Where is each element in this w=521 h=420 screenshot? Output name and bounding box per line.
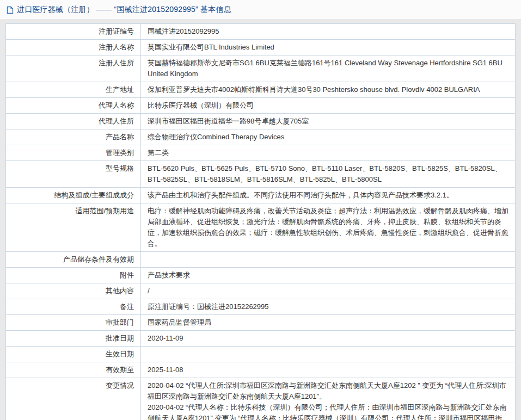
row-label: 产品名称: [6, 129, 141, 145]
info-table: 注册证编号 国械注进20152092995 注册人名称 英国实业有限公司BTL …: [5, 23, 516, 420]
row-registrant-address: 注册人住所 英国赫特福德郡斯蒂文尼奇市SG1 6BU克莱福兰德路161号161 …: [6, 55, 515, 82]
row-management-class: 管理类别 第二类: [6, 145, 515, 161]
row-label: 注册人住所: [6, 55, 141, 82]
row-label: 审批部门: [6, 315, 141, 330]
row-approval-department: 审批部门 国家药品监督管理局: [6, 315, 515, 331]
row-change-history: 变更情况 2020-04-02 “代理人住所:深圳市福田区深南路与新洲路交汇处东…: [6, 378, 515, 420]
page-header: 进口医疗器械（注册） —— “国械注进20152092995” 基本信息: [0, 0, 521, 19]
row-value: 该产品由主机和治疗头配件组成。不同疗法使用不同治疗头配件，具体内容见产品技术要求…: [141, 188, 515, 203]
row-label: 生产地址: [6, 82, 141, 97]
row-intended-use: 适用范围/预期用途 电疗：缓解神经肌肉功能障碍及疼痛，改善关节活动及炎症；超声疗…: [6, 203, 515, 252]
row-value: [141, 252, 515, 267]
row-label: 注册证编号: [6, 24, 141, 39]
row-label: 生效日期: [6, 347, 141, 362]
row-storage-conditions: 产品储存条件及有效期: [6, 252, 515, 268]
row-label: 注册人名称: [6, 40, 141, 55]
row-agent-address: 代理人住所 深圳市福田区福田街道福华一路98号卓越大厦705室: [6, 114, 515, 129]
row-label: 批准日期: [6, 331, 141, 346]
row-label: 附件: [6, 268, 141, 283]
row-label: 备注: [6, 299, 141, 314]
page: 进口医疗器械（注册） —— “国械注进20152092995” 基本信息 注册证…: [0, 0, 521, 420]
row-product-name: 产品名称 综合物理治疗仪Combined Therapy Devices: [6, 129, 515, 145]
row-model-spec: 型号规格 BTL-5620 Puls、BTL-5625 Puls、BTL-571…: [6, 161, 515, 188]
row-value: 综合物理治疗仪Combined Therapy Devices: [141, 129, 515, 145]
row-label: 代理人住所: [6, 114, 141, 129]
row-agent-name: 代理人名称 比特乐医疗器械（深圳）有限公司: [6, 98, 515, 114]
row-label: 管理类别: [6, 145, 141, 160]
row-label: 型号规格: [6, 161, 141, 187]
row-value: /: [141, 283, 515, 299]
row-value: 比特乐医疗器械（深圳）有限公司: [141, 98, 515, 113]
row-remark: 备注 原注册证编号：国械注进20152262995: [6, 299, 515, 315]
row-approval-date: 批准日期 2020-11-09: [6, 331, 515, 347]
row-expiry-date: 有效期至 2025-11-08: [6, 362, 515, 378]
row-value: 国械注进20152092995: [141, 24, 515, 39]
row-label: 其他内容: [6, 283, 141, 299]
row-value: 产品技术要求: [141, 268, 515, 283]
row-value: 2025-11-08: [141, 362, 515, 378]
row-label: 适用范围/预期用途: [6, 203, 141, 251]
row-composition: 结构及组成/主要组成成分 该产品由主机和治疗头配件组成。不同疗法使用不同治疗头配…: [6, 188, 515, 203]
row-other-content: 其他内容 /: [6, 283, 515, 299]
row-production-address: 生产地址 保加利亚普罗夫迪夫市4002帕斯特斯科肖诗大道30号30 Peshte…: [6, 82, 515, 98]
document-icon: [7, 6, 14, 14]
row-value: 英国实业有限公司BTL Industries Limited: [141, 40, 515, 55]
row-label: 变更情况: [6, 378, 141, 420]
row-value: 电疗：缓解神经肌肉功能障碍及疼痛，改善关节活动及炎症；超声疗法：利用温热效应，缓…: [141, 203, 515, 251]
row-effective-date: 生效日期: [6, 347, 515, 362]
row-attachment: 附件 产品技术要求: [6, 268, 515, 283]
row-value: 原注册证编号：国械注进20152262995: [141, 299, 515, 314]
row-label: 代理人名称: [6, 98, 141, 113]
row-value: 2020-11-09: [141, 331, 515, 346]
row-value: 国家药品监督管理局: [141, 315, 515, 330]
row-value: 深圳市福田区福田街道福华一路98号卓越大厦705室: [141, 114, 515, 129]
row-value: 英国赫特福德郡斯蒂文尼奇市SG1 6BU克莱福兰德路161号161 Clevel…: [141, 55, 515, 82]
row-value: 保加利亚普罗夫迪夫市4002帕斯特斯科肖诗大道30号30 Peshtersko …: [141, 82, 515, 97]
row-label: 产品储存条件及有效期: [6, 252, 141, 267]
row-value: [141, 347, 515, 362]
row-value: 2020-04-02 “代理人住所:深圳市福田区深南路与新洲路交汇处东南侧航天大…: [141, 378, 515, 420]
row-label: 结构及组成/主要组成成分: [6, 188, 141, 203]
row-value: BTL-5620 Puls、BTL-5625 Puls、BTL-5710 Son…: [141, 161, 515, 187]
row-cert-number: 注册证编号 国械注进20152092995: [6, 24, 515, 40]
page-title: 进口医疗器械（注册） —— “国械注进20152092995” 基本信息: [17, 5, 231, 15]
row-value: 第二类: [141, 145, 515, 160]
row-label: 有效期至: [6, 362, 141, 378]
row-registrant-name: 注册人名称 英国实业有限公司BTL Industries Limited: [6, 40, 515, 55]
